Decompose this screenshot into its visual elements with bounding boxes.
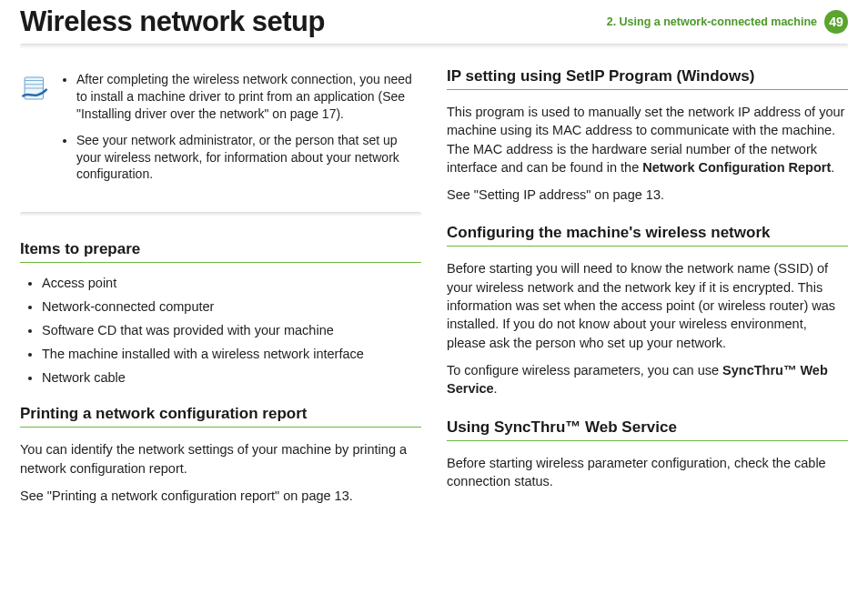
right-column: IP setting using SetIP Program (Windows)… [447,67,848,525]
items-list: Access point Network-connected computer … [20,276,421,385]
bold-text: Network Configuration Report [642,160,831,175]
note-item: See your network administrator, or the p… [76,132,419,184]
document-page: Wireless network setup 2. Using a networ… [0,0,868,543]
syncthru-heading: Using SyncThru™ Web Service [447,418,848,441]
list-item: Network cable [42,370,421,385]
header-right: 2. Using a network-connected machine 49 [607,10,848,34]
print-report-heading: Printing a network configuration report [20,405,421,428]
items-section: Items to prepare Access point Network-co… [20,240,421,385]
note-page-icon [20,71,51,192]
page-title: Wireless network setup [20,5,325,38]
header-divider [20,44,848,49]
chapter-label: 2. Using a network-connected machine [607,15,817,28]
syncthru-section: Using SyncThru™ Web Service Before start… [447,418,848,491]
text-run: . [494,381,498,396]
note-item: After completing the wireless network co… [76,71,419,123]
body-text: See "Setting IP address" on page 13. [447,186,848,204]
body-text: This program is used to manually set the… [447,103,848,176]
list-item: Software CD that was provided with your … [42,323,421,337]
list-item: The machine installed with a wireless ne… [42,347,421,361]
ip-setting-section: IP setting using SetIP Program (Windows)… [447,67,848,204]
body-text: Before starting you will need to know th… [447,259,848,351]
print-report-section: Printing a network configuration report … [20,405,421,505]
body-text: To configure wireless parameters, you ca… [447,361,848,398]
items-heading: Items to prepare [20,240,421,263]
ip-setting-heading: IP setting using SetIP Program (Windows) [447,67,848,90]
note-divider [20,212,421,216]
list-item: Access point [42,276,421,290]
text-run: To configure wireless parameters, you ca… [447,363,722,377]
text-run: . [831,160,834,175]
configure-section: Configuring the machine's wireless netwo… [447,224,848,398]
body-text: Before starting wireless parameter confi… [447,454,848,491]
list-item: Network-connected computer [42,299,421,314]
content-columns: After completing the wireless network co… [20,67,848,525]
configure-heading: Configuring the machine's wireless netwo… [447,224,848,247]
page-number-badge: 49 [824,10,848,34]
note-box: After completing the wireless network co… [20,67,421,201]
left-column: After completing the wireless network co… [20,67,421,525]
body-text: You can identify the network settings of… [20,440,421,478]
page-header: Wireless network setup 2. Using a networ… [20,0,848,38]
note-list: After completing the wireless network co… [60,71,419,192]
body-text: See "Printing a network configuration re… [20,487,421,505]
